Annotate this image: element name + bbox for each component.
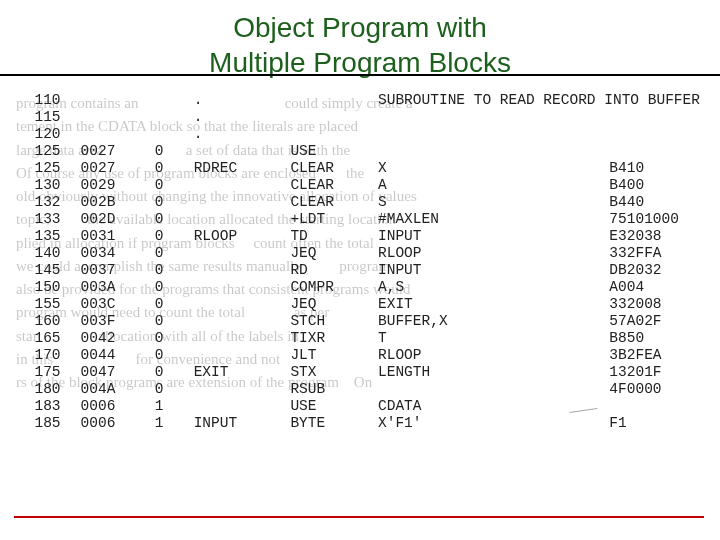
- listing-area: program contains an could simply create …: [10, 92, 710, 432]
- cell-ln: 120: [10, 126, 71, 143]
- cell-arg: #MAXLEN: [368, 211, 599, 228]
- cell-op: +LDT: [280, 211, 368, 228]
- cell-lbl: [184, 143, 281, 160]
- cell-ln: 183: [10, 398, 71, 415]
- cell-op: JEQ: [280, 296, 368, 313]
- cell-lbl: [184, 279, 281, 296]
- comment-row: 110.SUBROUTINE TO READ RECORD INTO BUFFE…: [10, 92, 710, 109]
- cell-loc: 004A: [71, 381, 145, 398]
- cell-blk: 0: [145, 296, 184, 313]
- cell-op: USE: [280, 398, 368, 415]
- table-row: 17500470EXITSTXLENGTH13201F: [10, 364, 710, 381]
- cell-blk: 0: [145, 313, 184, 330]
- cell-obj: [599, 126, 710, 143]
- cell-blk: 0: [145, 330, 184, 347]
- cell-blk: 0: [145, 364, 184, 381]
- cell-lbl: INPUT: [184, 415, 281, 432]
- cell-obj: 57A02F: [599, 313, 710, 330]
- cell-obj: E32038: [599, 228, 710, 245]
- cell-ln: 135: [10, 228, 71, 245]
- cell-loc: 0044: [71, 347, 145, 364]
- cell-op: TD: [280, 228, 368, 245]
- cell-ln: 132: [10, 194, 71, 211]
- cell-ln: 115: [10, 109, 71, 126]
- cell-obj: 3B2FEA: [599, 347, 710, 364]
- cell-blk: 0: [145, 262, 184, 279]
- cell-loc: 0006: [71, 415, 145, 432]
- cell-lbl: .: [184, 92, 281, 109]
- cell-lbl: [184, 347, 281, 364]
- cell-loc: 0031: [71, 228, 145, 245]
- cell-obj: 75101000: [599, 211, 710, 228]
- cell-arg: [368, 126, 599, 143]
- cell-obj: B440: [599, 194, 710, 211]
- cell-ln: 170: [10, 347, 71, 364]
- comment-banner: SUBROUTINE TO READ RECORD INTO BUFFER: [368, 92, 710, 109]
- table-row: 155003C0JEQEXIT332008: [10, 296, 710, 313]
- cell-op: [280, 126, 368, 143]
- table-row: 120.: [10, 126, 710, 143]
- table-row: 12500270USE: [10, 143, 710, 160]
- table-row: 13000290CLEARAB400: [10, 177, 710, 194]
- cell-op: USE: [280, 143, 368, 160]
- cell-lbl: .: [184, 126, 281, 143]
- table-row: 13500310RLOOPTDINPUTE32038: [10, 228, 710, 245]
- cell-arg: [368, 143, 599, 160]
- assembly-listing-table: 110.SUBROUTINE TO READ RECORD INTO BUFFE…: [10, 92, 710, 432]
- cell-ln: 180: [10, 381, 71, 398]
- cell-ln: 110: [10, 92, 71, 109]
- cell-ln: 125: [10, 143, 71, 160]
- cell-op: TIXR: [280, 330, 368, 347]
- cell-lbl: RLOOP: [184, 228, 281, 245]
- cell-op: [280, 92, 368, 109]
- cell-arg: A,S: [368, 279, 599, 296]
- cell-op: CLEAR: [280, 160, 368, 177]
- cell-obj: 332FFA: [599, 245, 710, 262]
- cell-blk: 0: [145, 245, 184, 262]
- cell-blk: 0: [145, 177, 184, 194]
- cell-op: COMPR: [280, 279, 368, 296]
- cell-blk: [145, 92, 184, 109]
- cell-ln: 130: [10, 177, 71, 194]
- cell-obj: B400: [599, 177, 710, 194]
- cell-loc: 0034: [71, 245, 145, 262]
- cell-loc: 002D: [71, 211, 145, 228]
- cell-loc: [71, 92, 145, 109]
- cell-op: CLEAR: [280, 194, 368, 211]
- cell-ln: 155: [10, 296, 71, 313]
- cell-blk: 0: [145, 194, 184, 211]
- cell-lbl: [184, 245, 281, 262]
- title-line-1: Object Program with: [233, 12, 487, 43]
- cell-arg: X'F1': [368, 415, 599, 432]
- table-row: 17000440JLTRLOOP3B2FEA: [10, 347, 710, 364]
- cell-op: BYTE: [280, 415, 368, 432]
- cell-lbl: [184, 194, 281, 211]
- table-row: 18500061INPUTBYTEX'F1'F1: [10, 415, 710, 432]
- table-row: 180004A0RSUB4F0000: [10, 381, 710, 398]
- cell-op: STX: [280, 364, 368, 381]
- cell-arg: RLOOP: [368, 347, 599, 364]
- cell-op: JLT: [280, 347, 368, 364]
- cell-blk: 1: [145, 398, 184, 415]
- cell-loc: [71, 109, 145, 126]
- cell-lbl: [184, 330, 281, 347]
- cell-blk: 0: [145, 143, 184, 160]
- cell-arg: INPUT: [368, 262, 599, 279]
- cell-obj: B850: [599, 330, 710, 347]
- cell-blk: 0: [145, 381, 184, 398]
- cell-lbl: [184, 313, 281, 330]
- cell-arg: [368, 381, 599, 398]
- cell-op: RSUB: [280, 381, 368, 398]
- cell-obj: F1: [599, 415, 710, 432]
- table-row: 115.: [10, 109, 710, 126]
- cell-lbl: [184, 398, 281, 415]
- cell-op: RD: [280, 262, 368, 279]
- table-row: 18300061USECDATA: [10, 398, 710, 415]
- cell-ln: 133: [10, 211, 71, 228]
- table-row: 160003F0STCHBUFFER,X57A02F: [10, 313, 710, 330]
- cell-blk: 0: [145, 160, 184, 177]
- cell-obj: 332008: [599, 296, 710, 313]
- cell-obj: 4F0000: [599, 381, 710, 398]
- cell-lbl: [184, 262, 281, 279]
- cell-loc: 0027: [71, 143, 145, 160]
